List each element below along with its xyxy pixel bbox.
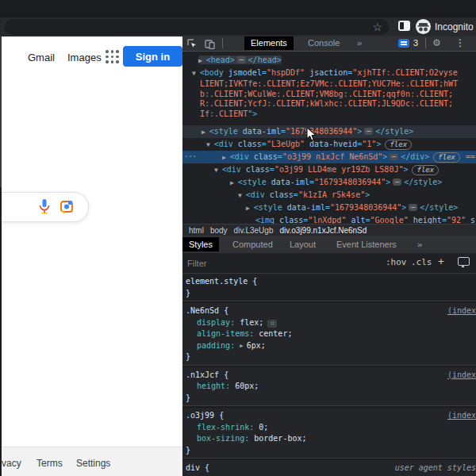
dom-tree-line[interactable]: ▼ <div class="k1zIA rSk4se">: [182, 189, 476, 202]
dom-tree-line[interactable]: ▶ <style data-iml="1679348036944">⋯</sty…: [182, 176, 476, 189]
images-link[interactable]: Images: [67, 52, 102, 63]
expand-arrow-icon[interactable]: ▼: [192, 70, 200, 77]
tab-elements[interactable]: Elements: [244, 36, 294, 50]
css-selector[interactable]: element.style {: [186, 277, 257, 286]
sign-in-button[interactable]: Sign in: [123, 46, 182, 67]
css-selector[interactable]: .n1xJcf {: [186, 370, 228, 379]
settings-link[interactable]: Settings: [76, 458, 110, 469]
flex-badge[interactable]: flex: [385, 140, 412, 150]
expand-arrow-icon[interactable]: ▶: [222, 154, 230, 161]
search-input[interactable]: [2, 192, 89, 222]
ellipsis-badge[interactable]: ⋯: [393, 178, 401, 186]
css-rule: .n1xJcf {(indexheight: 60px;}: [182, 367, 476, 407]
css-selector[interactable]: .Ne6nSd {: [186, 306, 228, 315]
expand-arrow-icon[interactable]: ▼: [238, 192, 246, 199]
apps-grid-icon[interactable]: [105, 49, 121, 65]
expand-arrow-icon[interactable]: ▶: [202, 129, 209, 136]
tab-styles[interactable]: Styles: [182, 237, 219, 251]
devtools-toolbar: Elements Console » 3 ⚙ ⋮: [182, 36, 476, 52]
dom-tree-line[interactable]: ▼ <div class="L3eUgb" data-hveid="1">fle…: [182, 138, 476, 151]
css-declaration[interactable]: align-items: center;: [182, 328, 476, 340]
breadcrumb-item[interactable]: div.L3eUgb: [234, 225, 274, 236]
dom-tree-line[interactable]: b:.CLIENT;WCulWe:.CLIENT;VM8bg:.CLIENT;q…: [182, 90, 476, 100]
gmail-link[interactable]: Gmail: [28, 52, 55, 63]
screen: ☆ Incognito Gmail Images Sign in: [0, 0, 476, 476]
new-style-rule-button[interactable]: +: [438, 255, 444, 267]
css-declaration[interactable]: padding: ▶ 6px;: [182, 340, 476, 352]
css-selector[interactable]: div {: [186, 463, 209, 472]
tab-event-listeners[interactable]: Event Listeners: [330, 237, 403, 251]
dom-tree: ▶ <head>⋯</head>▼ <body jsmodel="hspDDf"…: [182, 52, 476, 226]
expand-shorthand-icon[interactable]: ▶: [240, 343, 246, 349]
breadcrumb-item[interactable]: html: [189, 225, 204, 236]
breadcrumb: htmlbodydiv.L3eUgbdiv.o3j99.n1xJcf.Ne6nS…: [182, 224, 476, 236]
stylesheet-origin-label: user agent styles: [395, 463, 476, 474]
incognito-label: Incognito: [435, 21, 474, 33]
bookmark-star-icon[interactable]: ☆: [372, 20, 382, 34]
stylesheet-source-link[interactable]: (index: [447, 370, 476, 382]
css-rule: div {user agent stylesdisplay: block;}: [182, 460, 476, 476]
ellipsis-badge[interactable]: ⋯: [390, 153, 398, 160]
stylesheet-source-link[interactable]: (index: [447, 410, 476, 422]
styles-rules: element.style {}.Ne6nSd {(indexdisplay: …: [182, 274, 476, 476]
expand-arrow-icon[interactable]: ▼: [206, 141, 214, 148]
breadcrumb-item[interactable]: div.o3j99.n1xJcf.Ne6nSd: [279, 225, 367, 236]
ellipsis-badge[interactable]: ⋯: [409, 204, 417, 211]
page-top-nav: Gmail Images Sign in: [2, 46, 179, 68]
css-declaration[interactable]: flex-shrink: 0;: [182, 422, 476, 434]
toggle-class-button[interactable]: .cls: [411, 257, 432, 267]
breadcrumb-item[interactable]: body: [210, 225, 228, 236]
css-rule: .Ne6nSd {(indexdisplay: flex;∷align-item…: [182, 303, 476, 366]
rendering-emulation-icon[interactable]: [458, 257, 470, 266]
tab-layout[interactable]: Layout: [283, 237, 322, 251]
tab-console[interactable]: Console: [301, 36, 346, 50]
stylesheet-source-link[interactable]: (index: [447, 305, 476, 317]
ellipsis-badge[interactable]: ⋯: [237, 56, 246, 63]
kebab-menu-icon[interactable]: ⋮: [455, 37, 465, 48]
side-panel-icon[interactable]: [398, 21, 410, 31]
device-toolbar-icon[interactable]: [205, 38, 216, 49]
issues-count[interactable]: 3: [413, 38, 418, 48]
lens-camera-icon[interactable]: [60, 200, 74, 217]
more-style-tabs-icon[interactable]: »: [411, 237, 428, 251]
css-declaration[interactable]: height: 60px;: [182, 381, 476, 393]
privacy-link[interactable]: vacy: [2, 458, 21, 469]
more-tabs-icon[interactable]: »: [351, 36, 368, 50]
ellipsis-badge[interactable]: ⋯: [364, 128, 373, 135]
page-footer: vacy Terms Settings: [2, 447, 182, 476]
toggle-hover-state-button[interactable]: :hov: [386, 257, 407, 267]
flex-badge[interactable]: flex: [433, 152, 460, 163]
flex-badge[interactable]: flex: [412, 165, 439, 175]
dom-tree-line[interactable]: ▶ <style data-iml="1679348036944">⋯</sty…: [182, 202, 476, 214]
expand-arrow-icon[interactable]: ▼: [214, 167, 222, 174]
dom-tree-line[interactable]: ▼ <div class="o3j99 LLD4me yr19Zb LS80J"…: [182, 163, 476, 176]
dom-tree-line[interactable]: R:.CLIENT;YcfJ:.CLIENT;kWlxhc:.CLIENT;JL…: [182, 99, 476, 109]
settings-gear-icon[interactable]: ⚙: [432, 37, 441, 48]
browser-toolbar: ☆ Incognito: [0, 17, 476, 36]
google-page: Gmail Images Sign in: [2, 36, 182, 476]
dom-tree-line[interactable]: ···▶ <div class="o3j99 n1xJcf Ne6nSd">⋯<…: [182, 151, 476, 163]
css-selector[interactable]: .o3j99 {: [186, 411, 224, 420]
terms-link[interactable]: Terms: [36, 458, 63, 469]
issues-icon[interactable]: [398, 39, 409, 48]
mic-icon[interactable]: [39, 199, 50, 218]
tab-computed[interactable]: Computed: [226, 237, 279, 251]
styles-tab-bar: Styles Computed Layout Event Listeners »: [182, 236, 476, 254]
css-declaration[interactable]: display: flex;∷: [182, 317, 476, 329]
expand-arrow-icon[interactable]: ▶: [246, 205, 254, 212]
dom-tree-line[interactable]: If:.CLIENT">: [182, 109, 476, 120]
flex-editor-icon[interactable]: ∷: [267, 320, 277, 328]
toolbar-divider: [222, 38, 223, 48]
dom-tree-line[interactable]: ▶ <style data-iml="1679348036944">⋯</sty…: [182, 125, 476, 138]
devtools-panel: Elements Console » 3 ⚙ ⋮ ▶ <head>⋯</head…: [182, 36, 476, 476]
expand-arrow-icon[interactable]: ▶: [230, 179, 238, 186]
styles-filter-row: :hov .cls +: [182, 253, 476, 274]
address-bar[interactable]: ☆: [5, 19, 389, 35]
dom-tree-line[interactable]: LIENT;IVKTfe:.CLIENT;Ez7VMc:.CLIENT;YUC7…: [182, 79, 476, 90]
inspect-element-icon[interactable]: [187, 38, 198, 49]
dom-tree-line[interactable]: ▶ <head>⋯</head>: [182, 54, 476, 67]
styles-filter-input[interactable]: [186, 255, 347, 271]
dom-tree-line[interactable]: ▼ <body jsmodel="hspDDf" jsaction="xjhTI…: [182, 67, 476, 79]
expand-arrow-icon[interactable]: ▶: [198, 57, 206, 64]
css-declaration[interactable]: box-sizing: border-box;: [182, 433, 476, 445]
